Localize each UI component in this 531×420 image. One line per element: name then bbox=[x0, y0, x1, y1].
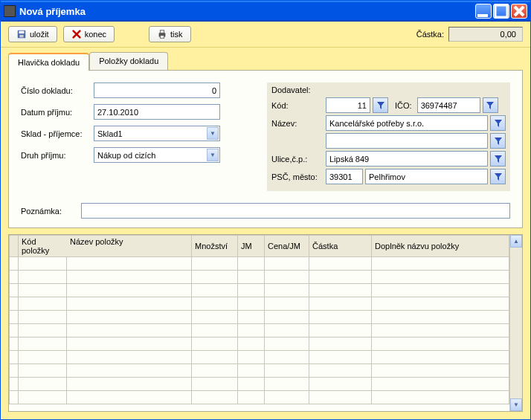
type-select[interactable]: Nákup od cizích ▼ bbox=[94, 147, 220, 163]
col-handle[interactable] bbox=[10, 236, 19, 257]
nazev-input[interactable] bbox=[326, 115, 488, 131]
col-nazev[interactable]: Název položky bbox=[67, 236, 191, 256]
table-row[interactable] bbox=[10, 284, 509, 297]
amount-label: Částka: bbox=[416, 30, 444, 39]
table-row[interactable] bbox=[10, 337, 509, 351]
svg-rect-3 bbox=[19, 31, 25, 34]
scroll-up-icon[interactable]: ▲ bbox=[510, 235, 522, 248]
funnel-icon bbox=[376, 101, 385, 110]
form-left-column: Číslo dokladu: Datum příjmu: Sklad - pří… bbox=[21, 83, 255, 191]
tab-panel-header: Číslo dokladu: Datum příjmu: Sklad - pří… bbox=[8, 70, 523, 228]
close-x-icon bbox=[71, 29, 82, 39]
chevron-down-icon: ▼ bbox=[207, 149, 219, 161]
chevron-down-icon: ▼ bbox=[207, 127, 219, 140]
col-cena[interactable]: Cena/JM bbox=[265, 236, 309, 257]
note-label: Poznámka: bbox=[21, 207, 77, 216]
window-title: Nová příjemka bbox=[19, 6, 475, 17]
col-castka[interactable]: Částka bbox=[309, 236, 372, 257]
kod-input[interactable] bbox=[326, 97, 370, 113]
funnel-icon bbox=[494, 155, 503, 164]
print-icon bbox=[157, 29, 167, 39]
table-row[interactable] bbox=[10, 297, 509, 311]
table-row[interactable] bbox=[10, 391, 509, 404]
psc-input[interactable] bbox=[326, 169, 363, 184]
type-label: Druh příjmu: bbox=[21, 151, 94, 160]
col-jm[interactable]: JM bbox=[238, 236, 265, 257]
col-mnoz[interactable]: Množství bbox=[192, 236, 238, 257]
print-button[interactable]: tisk bbox=[149, 26, 191, 42]
app-window: Nová příjemka uložit konec tisk bbox=[0, 0, 531, 420]
vertical-scrollbar[interactable]: ▲ ▼ bbox=[509, 235, 522, 411]
scroll-down-icon[interactable]: ▼ bbox=[510, 398, 522, 411]
window-buttons bbox=[475, 4, 527, 19]
maximize-button[interactable] bbox=[493, 4, 509, 19]
tab-header[interactable]: Hlavička dokladu bbox=[8, 53, 89, 71]
date-input[interactable] bbox=[94, 104, 220, 120]
nazev-filter-button[interactable] bbox=[490, 115, 506, 131]
doc-number-input[interactable] bbox=[94, 83, 220, 98]
doc-number-label: Číslo dokladu: bbox=[21, 86, 94, 95]
table-row[interactable] bbox=[10, 351, 509, 364]
grid-header-row: Kód položky Název položky Množství JM Ce… bbox=[10, 236, 509, 257]
funnel-icon bbox=[486, 101, 495, 110]
table-row[interactable] bbox=[10, 257, 509, 271]
type-value: Nákup od cizích bbox=[97, 151, 155, 160]
ulice-input[interactable] bbox=[326, 151, 488, 167]
grid-table[interactable]: Kód položky Název položky Množství JM Ce… bbox=[9, 235, 509, 404]
mesto-filter-button[interactable] bbox=[490, 169, 506, 184]
supplier-title: Dodavatel: bbox=[271, 85, 506, 94]
supplier-panel: Dodavatel: Kód: IČO: bbox=[267, 83, 510, 191]
funnel-icon bbox=[494, 172, 503, 181]
exit-button[interactable]: konec bbox=[63, 26, 115, 42]
save-icon bbox=[16, 29, 27, 39]
minimize-button[interactable] bbox=[475, 4, 492, 19]
table-row[interactable] bbox=[10, 364, 509, 378]
nazev2-filter-button[interactable] bbox=[490, 133, 506, 149]
svg-rect-4 bbox=[19, 35, 23, 38]
ico-label: IČO: bbox=[395, 101, 412, 110]
svg-rect-0 bbox=[477, 14, 488, 17]
content-area: Hlavička dokladu Položky dokladu Číslo d… bbox=[1, 48, 530, 419]
save-label: uložit bbox=[30, 30, 49, 39]
save-button[interactable]: uložit bbox=[8, 26, 57, 42]
table-row[interactable] bbox=[10, 378, 509, 391]
svg-rect-7 bbox=[160, 36, 164, 39]
nazev2-input[interactable] bbox=[326, 133, 488, 149]
date-label: Datum příjmu: bbox=[21, 108, 94, 117]
table-row[interactable] bbox=[10, 311, 509, 324]
print-label: tisk bbox=[170, 30, 183, 39]
amount-display: Částka: 0,00 bbox=[416, 27, 523, 42]
warehouse-select[interactable]: Sklad1 ▼ bbox=[94, 126, 220, 141]
ico-filter-button[interactable] bbox=[483, 97, 498, 113]
svg-rect-1 bbox=[495, 5, 507, 17]
items-grid: Kód položky Název položky Množství JM Ce… bbox=[8, 234, 523, 412]
col-kod[interactable]: Kód položky bbox=[19, 236, 67, 256]
scroll-track[interactable] bbox=[510, 248, 522, 398]
grid-body[interactable] bbox=[10, 257, 509, 404]
amount-value: 0,00 bbox=[448, 27, 523, 42]
tab-items[interactable]: Položky dokladu bbox=[89, 52, 168, 70]
kod-filter-button[interactable] bbox=[373, 97, 388, 113]
ulice-label: Ulice,č.p.: bbox=[271, 155, 324, 164]
psc-label: PSČ, město: bbox=[271, 172, 324, 181]
ico-input[interactable] bbox=[417, 97, 480, 113]
exit-label: konec bbox=[85, 30, 106, 39]
close-button[interactable] bbox=[511, 4, 527, 19]
funnel-icon bbox=[494, 119, 503, 128]
mesto-input[interactable] bbox=[365, 169, 488, 184]
ulice-filter-button[interactable] bbox=[490, 151, 506, 167]
tabstrip: Hlavička dokladu Položky dokladu bbox=[8, 52, 523, 70]
nazev-label: Název: bbox=[271, 119, 324, 128]
warehouse-label: Sklad - příjemce: bbox=[21, 129, 94, 138]
col-dopl[interactable]: Doplněk názvu položky bbox=[372, 236, 509, 257]
tab-container: Hlavička dokladu Položky dokladu Číslo d… bbox=[8, 52, 523, 228]
app-icon bbox=[4, 5, 16, 17]
note-input[interactable] bbox=[81, 203, 510, 219]
funnel-icon bbox=[494, 137, 503, 146]
table-row[interactable] bbox=[10, 271, 509, 284]
kod-label: Kód: bbox=[271, 101, 324, 110]
table-row[interactable] bbox=[10, 324, 509, 337]
svg-rect-6 bbox=[160, 30, 164, 33]
warehouse-value: Sklad1 bbox=[97, 129, 123, 138]
titlebar: Nová příjemka bbox=[1, 1, 530, 22]
